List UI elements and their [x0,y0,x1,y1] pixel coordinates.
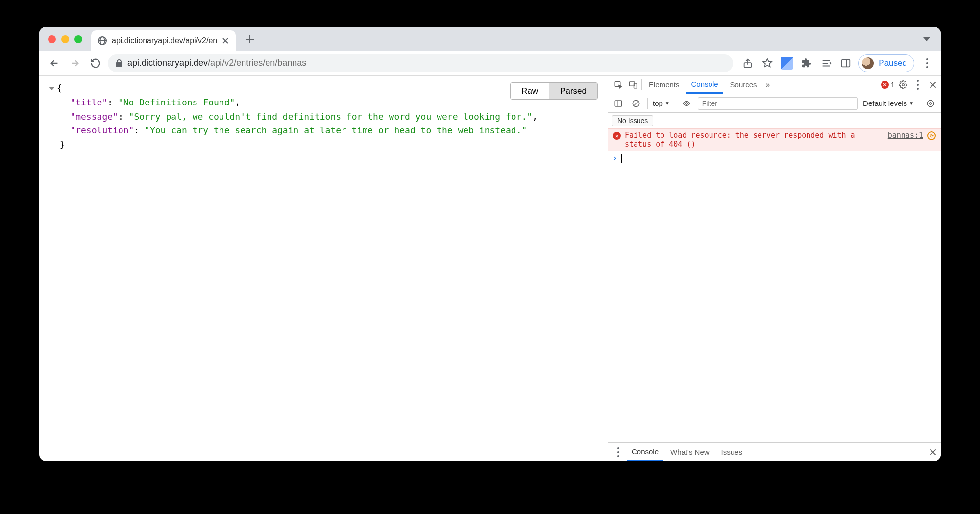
svg-point-12 [930,102,932,104]
window-close-button[interactable] [48,35,56,43]
devtools-settings-icon[interactable] [897,78,909,91]
tab-sources[interactable]: Sources [725,76,762,94]
bookmark-star-icon[interactable] [760,56,774,70]
json-line: "resolution": "You can try the search ag… [49,124,598,138]
json-view-toggle: Raw Parsed [510,82,598,100]
tab-search-button[interactable] [923,37,930,41]
raw-toggle[interactable]: Raw [511,83,549,99]
browser-tab[interactable]: api.dictionaryapi.dev/api/v2/en [91,30,236,51]
device-toggle-icon[interactable] [627,78,639,91]
text-cursor [621,154,622,163]
svg-point-11 [686,102,688,104]
slow-icon: ⟳ [927,131,936,140]
translate-icon[interactable] [780,56,794,70]
chrome-menu-button[interactable] [920,56,934,70]
drawer-tab-whatsnew[interactable]: What's New [665,443,714,461]
collapse-icon[interactable] [49,87,55,90]
drawer-menu-icon[interactable] [612,446,625,459]
avatar-icon [861,56,875,70]
more-tabs-icon[interactable]: » [764,80,772,89]
devtools-tabs: Elements Console Sources » ✕ 1 [608,76,941,94]
window-minimize-button[interactable] [61,35,69,43]
extensions-icon[interactable] [800,56,813,70]
console-error-row[interactable]: ✕ Failed to load resource: the server re… [608,128,941,151]
svg-line-10 [634,101,638,105]
error-source-link[interactable]: bannas:1 [888,131,923,149]
reload-button[interactable] [87,55,104,72]
window-maximize-button[interactable] [74,35,82,43]
json-viewer: Raw Parsed { "title": "No Definitions Fo… [39,76,608,461]
filter-input[interactable] [698,97,858,110]
tab-strip: api.dictionaryapi.dev/api/v2/en [39,27,941,51]
devtools-close-button[interactable] [929,81,937,89]
prompt-caret-icon: › [613,154,617,163]
inspect-icon[interactable] [612,78,625,91]
error-count-badge[interactable]: ✕ 1 [881,80,895,89]
forward-button[interactable] [67,55,83,72]
json-line: } [49,138,598,152]
share-icon[interactable] [741,56,755,70]
new-tab-button[interactable] [243,32,257,47]
tab-elements[interactable]: Elements [644,76,685,94]
side-panel-icon[interactable] [839,56,853,70]
svg-point-13 [927,100,934,107]
error-message: Failed to load resource: the server resp… [625,131,884,149]
console-sidebar-toggle-icon[interactable] [612,97,625,110]
svg-point-6 [902,83,905,86]
svg-rect-1 [842,59,850,67]
svg-rect-7 [615,101,622,106]
content-area: Raw Parsed { "title": "No Definitions Fo… [39,76,941,461]
drawer-close-button[interactable] [929,448,937,456]
json-line: "message": "Sorry pal, we couldn't find … [49,110,598,124]
profile-status: Paused [879,58,907,68]
error-icon: ✕ [881,81,889,89]
toolbar: api.dictionaryapi.dev/api/v2/entries/en/… [39,51,941,76]
log-levels-selector[interactable]: Default levels▼ [863,99,914,107]
no-issues-chip[interactable]: No Issues [612,115,653,126]
url-host: api.dictionaryapi.dev/api/v2/entries/en/… [127,58,306,68]
clear-console-icon[interactable] [630,97,642,110]
tab-console[interactable]: Console [686,76,723,94]
devtools-menu-icon[interactable] [911,78,924,91]
console-toolbar: top▼ Default levels▼ [608,94,941,113]
console-body: ✕ Failed to load resource: the server re… [608,128,941,442]
live-expression-icon[interactable] [680,97,693,110]
error-icon: ✕ [613,132,621,140]
browser-window: api.dictionaryapi.dev/api/v2/en api.dict… [39,27,941,461]
lock-icon [116,59,122,67]
toolbar-actions: Paused [741,54,934,72]
tab-title: api.dictionaryapi.dev/api/v2/en [112,36,217,45]
devtools-panel: Elements Console Sources » ✕ 1 [608,76,941,461]
console-prompt[interactable]: › [608,151,941,166]
address-bar[interactable]: api.dictionaryapi.dev/api/v2/entries/en/… [108,54,733,72]
profile-chip[interactable]: Paused [858,54,914,72]
drawer-tab-console[interactable]: Console [627,443,663,461]
devtools-drawer: Console What's New Issues [608,442,941,461]
globe-icon [98,36,107,45]
issues-bar: No Issues [608,113,941,128]
context-selector[interactable]: top▼ [653,99,670,107]
reading-list-icon[interactable] [819,56,833,70]
drawer-tab-issues[interactable]: Issues [716,443,747,461]
close-tab-button[interactable] [222,37,229,44]
console-settings-icon[interactable] [924,97,937,110]
window-controls [48,35,82,43]
parsed-toggle[interactable]: Parsed [549,83,597,99]
back-button[interactable] [46,55,63,72]
